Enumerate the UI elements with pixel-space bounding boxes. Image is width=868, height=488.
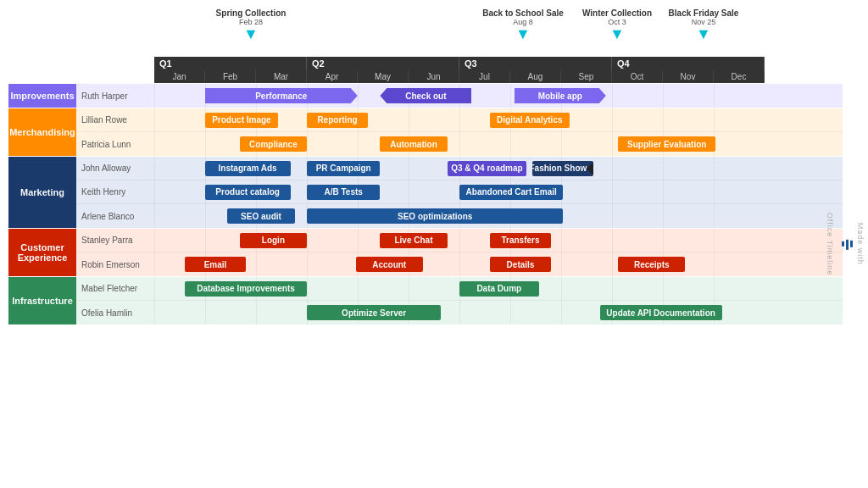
task-bar-merchandising-1-0: Compliance — [240, 136, 307, 152]
month-cell-1-2: Jun — [409, 70, 459, 83]
group-rows-cx: Stanley ParraLoginLive ChatTransfersRobi… — [76, 229, 843, 276]
person-row-cx-0: Stanley ParraLoginLive ChatTransfers — [76, 229, 843, 252]
timeline-row-marketing-2: SEO auditSEO optimizations — [154, 204, 765, 228]
person-row-infrastructure-1: Ofelia HamlinOptimize ServerUpdate API D… — [76, 301, 843, 324]
task-bar-cx-0-2: Transfers — [490, 233, 551, 248]
person-name-infrastructure-0: Mabel Fletcher — [76, 284, 154, 293]
task-bar-cx-0-1: Live Chat — [380, 233, 447, 248]
month-cell-3-2: Dec — [714, 70, 765, 83]
task-bar-infrastructure-0-0: Database Improvements — [185, 281, 307, 297]
milestones-row: Spring Collection Feb 28 ▼Back to School… — [8, 8, 843, 55]
milestone-0: Spring Collection Feb 28 ▼ — [216, 8, 287, 42]
task-bar-improvements-0-1: Check out — [380, 88, 471, 103]
timeline-header: Q1Q2Q3Q4JanFebMarAprMayJunJulAugSepOctNo… — [8, 57, 843, 83]
milestone-3: Black Friday Sale Nov 25 ▼ — [669, 8, 739, 42]
timeline-row-merchandising-0: Product ImageReportingDigital Analytics — [154, 108, 765, 132]
group-label-improvements: Improvements — [8, 84, 76, 108]
timeline-row-marketing-1: Product catalogA/B TestsAbandoned Cart E… — [154, 180, 765, 204]
group-rows-merchandising: Lillian RoweProduct ImageReportingDigita… — [76, 108, 843, 156]
person-name-marketing-1: Keith Henry — [76, 187, 154, 197]
task-bar-cx-1-2: Details — [490, 257, 551, 272]
month-cell-3-0: Oct — [612, 70, 663, 83]
month-cell-2-1: Aug — [510, 70, 561, 83]
task-bar-cx-1-0: Email — [185, 257, 246, 272]
task-bar-marketing-0-2: Q3 & Q4 roadmap — [448, 161, 527, 176]
group-infrastructure: InfrastructureMabel FletcherDatabase Imp… — [8, 277, 843, 324]
month-cell-1-0: Apr — [307, 70, 358, 83]
task-bar-cx-1-1: Account — [356, 257, 423, 272]
main-container: { "milestones": [ { "id": "spring", "lab… — [0, 0, 868, 488]
content-area: Spring Collection Feb 28 ▼Back to School… — [0, 0, 868, 488]
task-bar-infrastructure-1-1: Update API Documentation — [600, 305, 722, 320]
group-improvements: ImprovementsRuth HarperPerformanceCheck … — [8, 84, 843, 108]
person-name-marketing-0: John Alloway — [76, 164, 154, 173]
timeline-row-infrastructure-1: Optimize ServerUpdate API Documentation — [154, 301, 765, 324]
quarter-label-1: Q2 — [307, 57, 459, 70]
timeline-row-infrastructure-0: Database ImprovementsData Dump — [154, 277, 765, 301]
task-bar-cx-1-3: Receipts — [618, 257, 685, 272]
month-cell-0-1: Feb — [205, 70, 256, 83]
task-bar-merchandising-0-0: Product Image — [205, 113, 278, 128]
group-merchandising: MerchandisingLillian RoweProduct ImageRe… — [8, 108, 843, 156]
group-rows-infrastructure: Mabel FletcherDatabase ImprovementsData … — [76, 277, 843, 324]
timeline-row-cx-0: LoginLive ChatTransfers — [154, 229, 765, 252]
milestone-1: Back to School Sale Aug 8 ▼ — [482, 8, 564, 42]
group-label-merchandising: Merchandising — [8, 108, 76, 156]
person-name-marketing-2: Arlene Blanco — [76, 212, 154, 221]
group-label-cx: Customer Experience — [8, 229, 76, 276]
month-cell-0-0: Jan — [154, 70, 205, 83]
task-bar-merchandising-1-2: Supplier Evaluation — [618, 136, 715, 152]
task-bar-marketing-0-3: Fashion Show — [532, 161, 593, 176]
task-bar-marketing-1-0: Product catalog — [205, 185, 291, 200]
timeline-row-cx-1: EmailAccountDetailsReceipts — [154, 252, 765, 276]
quarter-label-0: Q1 — [154, 57, 307, 70]
task-bar-improvements-0-0: Performance — [205, 88, 358, 103]
month-cell-1-1: May — [358, 70, 409, 83]
task-bar-cx-0-0: Login — [240, 233, 307, 248]
group-marketing: MarketingJohn AllowayInstagram AdsPR Cam… — [8, 157, 843, 228]
person-name-cx-0: Stanley Parra — [76, 236, 154, 245]
person-row-merchandising-1: Patricia LunnComplianceAutomationSupplie… — [76, 132, 843, 156]
month-cell-2-2: Sep — [561, 70, 612, 83]
task-bar-improvements-0-2: Mobile app — [515, 88, 606, 103]
timeline-row-marketing-0: Instagram AdsPR CampaignQ3 & Q4 roadmapF… — [154, 157, 765, 180]
task-bar-infrastructure-0-1: Data Dump — [459, 281, 539, 297]
task-bar-merchandising-1-1: Automation — [380, 136, 447, 152]
group-cx: Customer ExperienceStanley ParraLoginLiv… — [8, 229, 843, 276]
task-bar-marketing-2-1: SEO optimizations — [307, 208, 563, 224]
person-row-marketing-1: Keith HenryProduct catalogA/B TestsAband… — [76, 180, 843, 204]
timeline-row-merchandising-1: ComplianceAutomationSupplier Evaluation — [154, 132, 765, 156]
quarter-label-2: Q3 — [459, 57, 612, 70]
task-bar-infrastructure-1-0: Optimize Server — [307, 305, 441, 320]
group-label-infrastructure: Infrastructure — [8, 277, 76, 324]
person-name-cx-1: Robin Emerson — [76, 260, 154, 269]
group-rows-marketing: John AllowayInstagram AdsPR CampaignQ3 &… — [76, 157, 843, 228]
person-name-merchandising-0: Lillian Rowe — [76, 115, 154, 125]
task-bar-marketing-0-1: PR Campaign — [307, 161, 380, 176]
task-bar-marketing-2-0: SEO audit — [227, 208, 294, 224]
task-bar-marketing-1-1: A/B Tests — [307, 185, 380, 200]
person-name-merchandising-1: Patricia Lunn — [76, 140, 154, 149]
watermark: Made with Office Timeline — [826, 213, 865, 275]
person-row-cx-1: Robin EmersonEmailAccountDetailsReceipts — [76, 252, 843, 276]
person-name-infrastructure-1: Ofelia Hamlin — [76, 308, 154, 318]
month-cell-0-2: Mar — [256, 70, 307, 83]
person-row-improvements-0: Ruth HarperPerformanceCheck outMobile ap… — [76, 84, 843, 108]
task-bar-marketing-0-0: Instagram Ads — [205, 161, 291, 176]
group-label-marketing: Marketing — [8, 157, 76, 228]
header-timeline: Q1Q2Q3Q4JanFebMarAprMayJunJulAugSepOctNo… — [154, 57, 765, 83]
person-name-improvements-0: Ruth Harper — [76, 92, 154, 101]
person-row-marketing-2: Arlene BlancoSEO auditSEO optimizations — [76, 204, 843, 228]
task-bar-marketing-1-2: Abandoned Cart Email — [459, 185, 563, 200]
month-cell-3-1: Nov — [663, 70, 714, 83]
timeline-row-improvements-0: PerformanceCheck outMobile app — [154, 84, 765, 108]
group-rows-improvements: Ruth HarperPerformanceCheck outMobile ap… — [76, 84, 843, 108]
task-bar-merchandising-0-1: Reporting — [307, 113, 368, 128]
person-row-marketing-0: John AllowayInstagram AdsPR CampaignQ3 &… — [76, 157, 843, 180]
task-bar-merchandising-0-2: Digital Analytics — [490, 113, 570, 128]
person-row-merchandising-0: Lillian RoweProduct ImageReportingDigita… — [76, 108, 843, 132]
milestone-2: Winter Collection Oct 3 ▼ — [582, 8, 652, 42]
milestone-area: Spring Collection Feb 28 ▼Back to School… — [154, 8, 765, 55]
month-cell-2-0: Jul — [459, 70, 510, 83]
person-row-infrastructure-0: Mabel FletcherDatabase ImprovementsData … — [76, 277, 843, 301]
